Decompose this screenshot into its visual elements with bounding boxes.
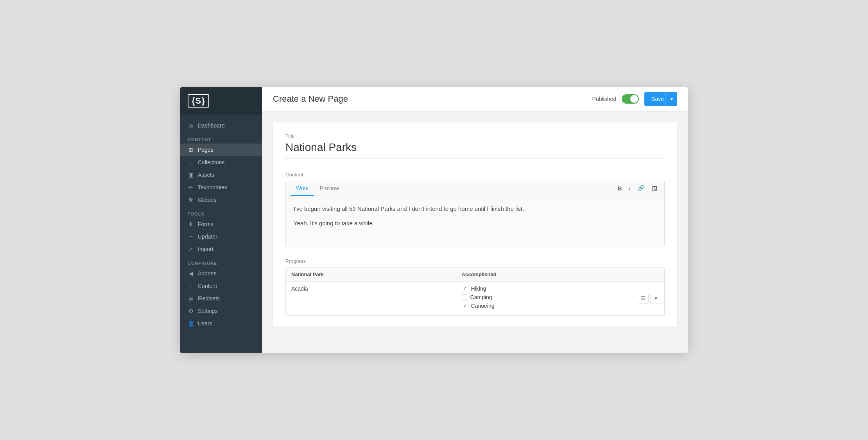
image-button[interactable]: 🖼 <box>650 183 660 193</box>
accomplished-col: ✓ Hiking Camping ✓ <box>456 281 664 315</box>
page-title: Create a New Page <box>273 94 348 104</box>
app-container: {S} ◎ Dashboard CONTENT ⊞ Pages ◱ Collec… <box>180 87 688 353</box>
tab-preview[interactable]: Preview <box>314 181 344 196</box>
sidebar-item-label: Content <box>198 283 217 289</box>
title-field-label: Title <box>285 133 665 139</box>
published-label: Published <box>592 96 617 102</box>
sidebar-item-fieldsets[interactable]: ▤ Fieldsets <box>180 292 262 305</box>
published-toggle[interactable] <box>622 94 639 104</box>
users-icon: 👤 <box>188 320 194 327</box>
sidebar-item-label: Updater <box>198 233 217 240</box>
sidebar-item-label: Addons <box>198 270 216 277</box>
collections-icon: ◱ <box>188 159 194 165</box>
sidebar-item-label: Taxonomies <box>198 184 227 190</box>
row-actions: ☰ ✕ <box>638 293 661 304</box>
sidebar-logo: {S} <box>180 87 262 115</box>
row-delete-button[interactable]: ✕ <box>650 293 661 304</box>
assets-icon: ▣ <box>188 172 194 178</box>
logo-text: {S} <box>188 94 209 108</box>
sidebar-item-users[interactable]: 👤 Users <box>180 317 262 330</box>
content-section-label: CONTENT <box>180 132 262 144</box>
editor-body-line-1: I've begun visiting all 59 National Park… <box>294 204 656 214</box>
editor-body-line-2: Yeah. It's going to take a while. <box>294 218 656 228</box>
taxonomies-icon: ✏ <box>188 184 194 190</box>
table-row: Acadia ✓ Hiking Camping <box>286 281 664 315</box>
sidebar-item-collections[interactable]: ◱ Collections <box>180 156 262 169</box>
settings-icon: ⚙ <box>188 308 194 314</box>
sidebar-item-label: Users <box>198 320 212 327</box>
addons-icon: ◀ <box>188 270 194 277</box>
sidebar-nav: ◎ Dashboard CONTENT ⊞ Pages ◱ Collection… <box>180 115 262 353</box>
content-icon: ≡ <box>188 283 194 289</box>
form-card: Title Content Write Preview <box>273 122 677 327</box>
main-area: Create a New Page Published Save ▾ Title <box>262 87 688 353</box>
configure-section-label: CONFIGURE <box>180 255 262 267</box>
save-dropdown-arrow[interactable]: ▾ <box>665 92 677 106</box>
sidebar-item-label: Collections <box>198 159 224 165</box>
sidebar-item-label: Dashboard <box>198 122 225 129</box>
save-label: Save <box>651 96 665 102</box>
sidebar-item-addons[interactable]: ◀ Addons <box>180 267 262 280</box>
editor-body[interactable]: I've begun visiting all 59 National Park… <box>286 196 664 247</box>
sidebar-item-import[interactable]: ↗ Import <box>180 243 262 255</box>
pages-icon: ⊞ <box>188 147 194 153</box>
sidebar-item-label: Globals <box>198 197 216 203</box>
progress-table: National Park Accomplished Acadia ✓ <box>285 267 665 316</box>
topbar: Create a New Page Published Save ▾ <box>262 87 688 111</box>
topbar-actions: Published Save ▾ <box>592 92 677 106</box>
progress-label: Progress <box>285 258 665 264</box>
col-header-accomplished: Accomplished <box>456 268 664 282</box>
updater-icon: ▭ <box>188 233 194 240</box>
italic-button[interactable]: i <box>627 183 632 193</box>
link-button[interactable]: 🔗 <box>635 183 647 193</box>
tools-section-label: TOOLS <box>180 206 262 218</box>
sidebar-item-content[interactable]: ≡ Content <box>180 280 262 292</box>
editor-tabs-bar: Write Preview B i 🔗 🖼 <box>286 181 664 196</box>
import-icon: ↗ <box>188 246 194 252</box>
sidebar-item-label: Forms <box>198 221 213 227</box>
sidebar-item-label: Assets <box>198 172 214 178</box>
content-field-section: Content Write Preview <box>285 172 665 247</box>
sidebar-item-label: Import <box>198 246 213 252</box>
fieldsets-icon: ▤ <box>188 295 194 302</box>
sidebar-item-globals[interactable]: ❋ Globals <box>180 194 262 206</box>
content-area: Title Content Write Preview <box>262 111 688 353</box>
sidebar-item-label: Settings <box>198 308 218 314</box>
toggle-thumb <box>630 95 638 103</box>
bold-button[interactable]: B <box>616 183 624 193</box>
col-header-park: National Park <box>286 268 456 282</box>
check-label-canoeing: Canoeing <box>471 303 495 309</box>
check-icon-canoeing: ✓ <box>462 303 468 309</box>
sidebar-item-dashboard[interactable]: ◎ Dashboard <box>180 119 262 132</box>
check-label-hiking: Hiking <box>471 286 486 292</box>
sidebar-item-taxonomies[interactable]: ✏ Taxonomies <box>180 181 262 194</box>
sidebar-item-forms[interactable]: ⬇ Forms <box>180 218 262 230</box>
editor-tabs-left: Write Preview <box>291 181 344 196</box>
title-input[interactable] <box>285 141 665 159</box>
tab-write[interactable]: Write <box>291 181 314 196</box>
editor-wrapper: Write Preview B i 🔗 🖼 <box>285 181 665 247</box>
check-icon-hiking: ✓ <box>462 286 468 292</box>
save-button[interactable]: Save ▾ <box>644 92 677 106</box>
check-box-camping <box>462 295 467 300</box>
row-menu-button[interactable]: ☰ <box>638 293 649 304</box>
editor-toolbar: B i 🔗 🖼 <box>616 183 660 193</box>
sidebar-item-assets[interactable]: ▣ Assets <box>180 169 262 181</box>
content-field-label: Content <box>285 172 665 178</box>
globals-icon: ❋ <box>188 197 194 203</box>
park-name: Acadia <box>286 281 456 315</box>
check-item-camping: Camping <box>462 294 659 300</box>
dashboard-icon: ◎ <box>188 122 194 129</box>
progress-section: Progress National Park Accomplished <box>285 258 665 316</box>
sidebar-item-pages[interactable]: ⊞ Pages <box>180 144 262 156</box>
forms-icon: ⬇ <box>188 221 194 227</box>
sidebar-item-updater[interactable]: ▭ Updater <box>180 230 262 243</box>
sidebar: {S} ◎ Dashboard CONTENT ⊞ Pages ◱ Collec… <box>180 87 262 353</box>
check-label-camping: Camping <box>470 294 492 300</box>
sidebar-item-label: Pages <box>198 147 213 153</box>
sidebar-item-label: Fieldsets <box>198 295 220 302</box>
check-item-hiking: ✓ Hiking <box>462 286 659 292</box>
check-item-canoeing: ✓ Canoeing <box>462 303 659 309</box>
sidebar-item-settings[interactable]: ⚙ Settings <box>180 305 262 317</box>
